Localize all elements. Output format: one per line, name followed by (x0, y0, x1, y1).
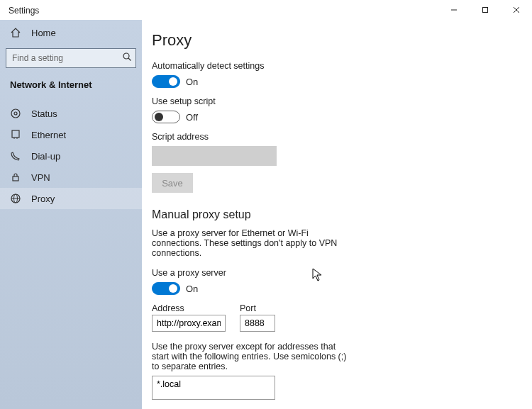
auto-detect-toggle[interactable] (152, 75, 180, 88)
use-script-label: Use setup script (152, 96, 532, 106)
close-button[interactable] (501, 0, 532, 20)
exceptions-description: Use the proxy server except for addresse… (152, 342, 350, 371)
svg-rect-1 (483, 8, 488, 13)
content-area: Proxy Automatically detect settings On U… (142, 20, 532, 409)
use-proxy-label: Use a proxy server (152, 268, 532, 278)
sidebar-item-ethernet[interactable]: Ethernet (0, 124, 142, 145)
svg-point-7 (14, 112, 17, 115)
minimize-button[interactable] (438, 0, 470, 20)
sidebar-item-label: Home (31, 28, 56, 38)
auto-detect-label: Automatically detect settings (152, 61, 532, 71)
sidebar-item-label: Proxy (31, 194, 55, 204)
maximize-button[interactable] (470, 0, 501, 20)
home-icon (10, 27, 21, 38)
sidebar-item-proxy[interactable]: Proxy (0, 188, 142, 209)
sidebar-item-vpn[interactable]: VPN (0, 167, 142, 188)
page-title: Proxy (152, 31, 532, 50)
sidebar-item-label: Ethernet (31, 130, 66, 140)
svg-rect-11 (13, 177, 18, 181)
auto-save-button[interactable]: Save (152, 173, 193, 193)
address-input[interactable] (152, 315, 226, 332)
svg-point-4 (123, 53, 129, 59)
use-proxy-toggle[interactable] (152, 282, 180, 295)
svg-line-5 (128, 58, 131, 61)
proxy-icon (10, 193, 21, 204)
phone-icon (10, 150, 21, 162)
sidebar-item-status[interactable]: Status (0, 103, 142, 124)
category-label: Network & Internet (0, 75, 142, 97)
address-label: Address (152, 303, 226, 313)
exceptions-input[interactable] (152, 376, 275, 400)
auto-detect-state: On (186, 77, 198, 87)
sidebar: Home Network & Internet Status (0, 20, 142, 409)
use-script-toggle[interactable] (152, 111, 180, 123)
use-proxy-state: On (186, 284, 198, 294)
svg-point-6 (11, 109, 20, 118)
sidebar-item-label: VPN (31, 172, 50, 183)
script-address-label: Script address (152, 132, 532, 142)
use-script-state: Off (186, 112, 198, 123)
ethernet-icon (10, 129, 21, 140)
sidebar-item-label: Status (31, 108, 57, 119)
search-input[interactable] (6, 48, 136, 68)
search-icon (122, 52, 132, 65)
manual-description: Use a proxy server for Ethernet or Wi-Fi… (152, 228, 350, 258)
script-address-input[interactable] (152, 146, 277, 166)
port-input[interactable] (240, 315, 275, 332)
status-icon (10, 108, 21, 119)
svg-rect-8 (12, 130, 19, 138)
port-label: Port (240, 303, 275, 313)
window-controls (438, 0, 532, 20)
app-title: Settings (0, 0, 39, 16)
sidebar-item-dialup[interactable]: Dial-up (0, 145, 142, 167)
sidebar-item-home[interactable]: Home (0, 20, 142, 45)
vpn-icon (10, 172, 21, 183)
sidebar-item-label: Dial-up (31, 151, 60, 162)
manual-section-title: Manual proxy setup (152, 208, 532, 221)
